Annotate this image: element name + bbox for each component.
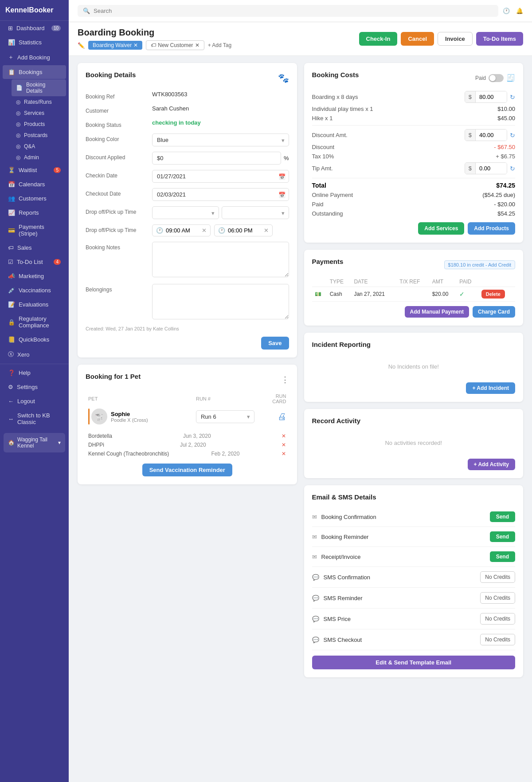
left-column: Booking Details 🐾 Booking Ref WTK8003563… bbox=[78, 63, 297, 484]
sidebar-item-sales[interactable]: 🏷 Sales bbox=[3, 241, 66, 255]
search-bar[interactable]: 🔍 bbox=[78, 5, 498, 17]
sidebar-item-evaluations[interactable]: 📝 Evaluations bbox=[3, 298, 66, 311]
belongings-textarea[interactable] bbox=[152, 284, 289, 319]
send-vax-reminder-button[interactable]: Send Vaccination Reminder bbox=[142, 464, 232, 476]
cancel-button[interactable]: Cancel bbox=[401, 32, 434, 46]
add-manual-payment-button[interactable]: Add Manual Payment bbox=[405, 306, 469, 318]
sms-reminder-button[interactable]: No Credits bbox=[480, 592, 515, 604]
search-input[interactable] bbox=[94, 8, 182, 14]
edit-icon[interactable]: ✏️ bbox=[78, 42, 85, 49]
pet-card-menu-icon[interactable]: ⋮ bbox=[281, 375, 289, 385]
add-services-button[interactable]: Add Services bbox=[418, 222, 464, 235]
sidebar-item-booking-details[interactable]: 📄 Booking Details bbox=[12, 79, 66, 96]
time-end-input[interactable] bbox=[228, 227, 261, 234]
dropoff-select-end[interactable] bbox=[222, 206, 289, 219]
discount-refresh-icon[interactable]: ↻ bbox=[510, 132, 515, 139]
color-row: Booking Color Blue bbox=[86, 134, 289, 146]
add-incident-btn-wrap: + Add Incident bbox=[312, 382, 516, 394]
vax-expired-1: ✕ bbox=[282, 442, 286, 448]
sidebar-item-xero[interactable]: Ⓧ Xero bbox=[3, 347, 66, 362]
sidebar-item-qa[interactable]: ◎ Q&A bbox=[12, 141, 66, 152]
send-booking-confirmation-button[interactable]: Send bbox=[490, 511, 515, 522]
sidebar-item-waitlist[interactable]: ⏳ Waitlist 5 bbox=[3, 163, 66, 177]
waiver-tag[interactable]: Boarding Waiver ✕ bbox=[88, 41, 142, 50]
bell-icon[interactable]: 🔔 bbox=[516, 8, 523, 14]
clock-icon[interactable]: 🕐 bbox=[503, 8, 510, 14]
edit-send-template-button[interactable]: Edit & Send Template Email bbox=[312, 656, 516, 669]
waiver-close-icon[interactable]: ✕ bbox=[133, 42, 138, 48]
sidebar-item-add-booking[interactable]: ＋ Add Booking bbox=[3, 50, 66, 65]
customer-tag[interactable]: 🏷 New Customer ✕ bbox=[146, 40, 204, 50]
checkout-date-input[interactable] bbox=[152, 188, 289, 201]
add-incident-button[interactable]: + Add Incident bbox=[466, 382, 515, 394]
sidebar-item-rates-runs[interactable]: ◎ Rates/Runs bbox=[12, 97, 66, 107]
color-select[interactable]: Blue bbox=[152, 134, 289, 146]
kennel-selector[interactable]: 🏠 Wagging Tail Kennel ▾ bbox=[4, 433, 65, 452]
save-button[interactable]: Save bbox=[261, 337, 289, 350]
time-start-input[interactable] bbox=[166, 227, 199, 234]
run-select[interactable]: Run 6 bbox=[196, 410, 254, 423]
sidebar-item-todo[interactable]: ☑ To-Do List 4 bbox=[3, 255, 66, 269]
sidebar-item-admin[interactable]: ◎ Admin bbox=[12, 152, 66, 163]
sidebar-item-label: Marketing bbox=[19, 273, 44, 279]
tip-input[interactable] bbox=[476, 163, 507, 174]
add-products-button[interactable]: Add Products bbox=[468, 222, 515, 235]
sidebar-item-calendars[interactable]: 📅 Calendars bbox=[3, 177, 66, 191]
discount-input[interactable] bbox=[152, 152, 281, 165]
boarding-input[interactable] bbox=[476, 91, 507, 102]
sidebar-item-regulatory[interactable]: 🔒 Regulatory Compliance bbox=[3, 312, 66, 332]
kennel-name: Wagging Tail Kennel bbox=[17, 436, 55, 449]
sidebar-item-label: Logout bbox=[17, 398, 35, 405]
email-label-5: SMS Price bbox=[324, 616, 351, 622]
invoice-button[interactable]: Invoice bbox=[438, 32, 473, 46]
sms-confirmation-button[interactable]: No Credits bbox=[480, 571, 515, 583]
sidebar-item-customers[interactable]: 👥 Customers bbox=[3, 192, 66, 205]
paid-val-value: - $20.00 bbox=[494, 201, 515, 208]
sidebar-item-settings[interactable]: ⚙ Settings bbox=[3, 380, 66, 394]
checkin-button[interactable]: Check-In bbox=[359, 32, 398, 46]
customer-close-icon[interactable]: ✕ bbox=[195, 42, 200, 48]
play-value: $10.00 bbox=[497, 106, 515, 112]
sidebar-item-switch[interactable]: ↔ Switch to KB Classic bbox=[3, 409, 66, 429]
delete-payment-button[interactable]: Delete bbox=[481, 290, 505, 299]
rates-icon: ◎ bbox=[16, 99, 20, 105]
discount-amt-input[interactable] bbox=[476, 130, 507, 141]
sidebar-item-vaccinations[interactable]: 💉 Vaccinations bbox=[3, 283, 66, 297]
sidebar-item-bookings[interactable]: 📋 Bookings bbox=[3, 65, 66, 79]
add-activity-button[interactable]: + Add Activity bbox=[468, 459, 515, 470]
tip-refresh-icon[interactable]: ↻ bbox=[510, 165, 515, 172]
credit-badge[interactable]: $180.10 in credit - Add Credit bbox=[444, 260, 515, 269]
boarding-refresh-icon[interactable]: ↻ bbox=[510, 94, 515, 101]
col-actions bbox=[479, 277, 515, 287]
sidebar-item-dashboard[interactable]: ⊞ Dashboard 10 bbox=[3, 21, 66, 35]
sidebar-item-statistics[interactable]: 📊 Statistics bbox=[3, 35, 66, 49]
time-end-clear-icon[interactable]: ✕ bbox=[264, 227, 269, 234]
sidebar-item-products[interactable]: ◎ Products bbox=[12, 119, 66, 130]
sidebar-item-reports[interactable]: 📈 Reports bbox=[3, 206, 66, 220]
notes-textarea[interactable] bbox=[152, 242, 289, 277]
charge-card-button[interactable]: Charge Card bbox=[473, 306, 515, 318]
page-header: Boarding Booking ✏️ Boarding Waiver ✕ 🏷 … bbox=[69, 22, 532, 56]
checkin-date-input[interactable] bbox=[152, 170, 289, 183]
waitlist-icon: ⏳ bbox=[8, 167, 15, 173]
todo-button[interactable]: To-Do Items bbox=[476, 32, 523, 46]
add-tag[interactable]: + Add Tag bbox=[208, 42, 232, 48]
invoice-icon[interactable]: 🧾 bbox=[506, 74, 515, 82]
sms-checkout-button[interactable]: No Credits bbox=[480, 634, 515, 645]
sidebar-item-payments[interactable]: 💳 Payments (Stripe) bbox=[3, 220, 66, 240]
paid-toggle[interactable] bbox=[489, 74, 504, 82]
sms-price-button[interactable]: No Credits bbox=[480, 613, 515, 625]
sidebar-item-marketing[interactable]: 📣 Marketing bbox=[3, 269, 66, 283]
run-card-icon[interactable]: 🖨 bbox=[278, 412, 286, 421]
sidebar-item-help[interactable]: ❓ Help bbox=[3, 366, 66, 380]
calendars-icon: 📅 bbox=[8, 181, 15, 188]
send-receipt-button[interactable]: Send bbox=[490, 551, 515, 562]
sidebar-item-services[interactable]: ◎ Services bbox=[12, 108, 66, 118]
postcards-icon: ◎ bbox=[16, 132, 20, 138]
sidebar-item-quickbooks[interactable]: 📒 QuickBooks bbox=[3, 333, 66, 346]
sidebar-item-postcards[interactable]: ◎ Postcards bbox=[12, 130, 66, 141]
time-start-clear-icon[interactable]: ✕ bbox=[202, 227, 207, 234]
send-booking-reminder-button[interactable]: Send bbox=[490, 531, 515, 542]
sidebar-item-logout[interactable]: ← Logout bbox=[3, 394, 66, 408]
dropoff-select-start[interactable] bbox=[152, 206, 219, 219]
